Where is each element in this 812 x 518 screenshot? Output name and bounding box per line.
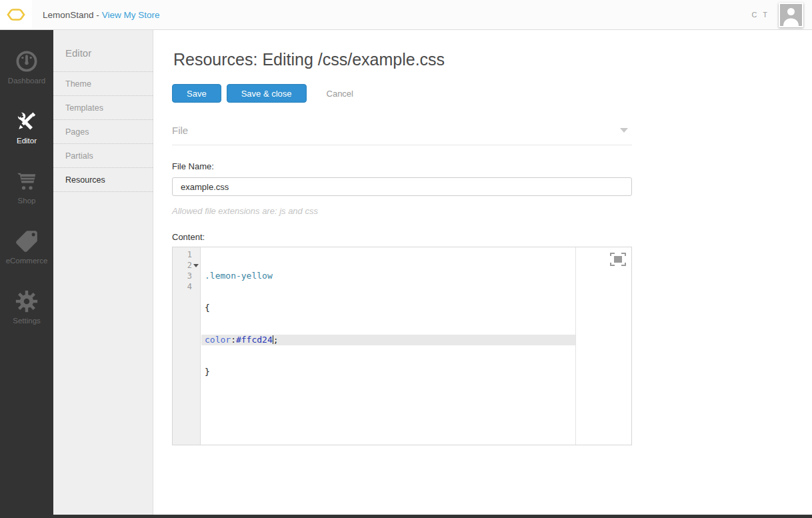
sidebar-item-shop[interactable]: Shop bbox=[0, 167, 53, 227]
secondary-sidebar-heading: Editor bbox=[53, 30, 153, 72]
main-content: Resources: Editing /css/example.css Save… bbox=[153, 30, 812, 515]
chevron-down-icon bbox=[620, 128, 628, 133]
file-section-header[interactable]: File bbox=[172, 125, 632, 145]
gear-icon bbox=[14, 287, 39, 315]
app-body: Dashboard Editor bbox=[0, 30, 812, 515]
semicolon-token: ; bbox=[273, 335, 279, 345]
tools-icon bbox=[14, 107, 39, 135]
save-and-close-button[interactable]: Save & close bbox=[227, 84, 307, 103]
save-button[interactable]: Save bbox=[172, 84, 221, 103]
code-area[interactable]: .lemon-yellow { color:#ffcd24; } bbox=[201, 247, 576, 445]
user-avatar[interactable] bbox=[779, 3, 803, 27]
brace-token: { bbox=[205, 303, 210, 313]
cancel-link[interactable]: Cancel bbox=[327, 89, 353, 99]
editor-side-panel bbox=[577, 247, 631, 445]
tag-icon bbox=[14, 227, 39, 255]
secondary-sidebar: Editor Theme Templates Pages Partials Re… bbox=[53, 30, 153, 515]
line-number: 3 bbox=[173, 271, 200, 281]
css-color-value-token: #ffcd24 bbox=[236, 335, 273, 345]
user-initials: C T bbox=[751, 11, 769, 19]
lemon-icon bbox=[7, 7, 25, 22]
primary-sidebar: Dashboard Editor bbox=[0, 30, 53, 515]
action-buttons: Save Save & close Cancel bbox=[172, 84, 632, 103]
sidebar-item-label: Editor bbox=[17, 137, 37, 145]
gauge-icon bbox=[14, 47, 39, 75]
brand-label: LemonStand - bbox=[43, 10, 99, 20]
brace-token: } bbox=[205, 367, 210, 377]
code-line: { bbox=[201, 303, 575, 313]
file-section-label: File bbox=[172, 125, 188, 136]
code-line-active: color:#ffcd24; bbox=[201, 335, 575, 345]
fullscreen-icon bbox=[609, 252, 627, 267]
line-number: 1 bbox=[173, 249, 200, 260]
page-title: Resources: Editing /css/example.css bbox=[173, 50, 632, 69]
footer-bar bbox=[0, 515, 812, 518]
line-number: 2 bbox=[173, 260, 200, 271]
file-name-label: File Name: bbox=[172, 161, 632, 171]
colon-token: : bbox=[231, 335, 236, 345]
lemonstand-logo[interactable] bbox=[0, 0, 32, 29]
subsidebar-item-theme[interactable]: Theme bbox=[53, 72, 153, 96]
sidebar-item-label: Shop bbox=[18, 197, 36, 205]
sidebar-item-settings[interactable]: Settings bbox=[0, 287, 53, 347]
file-name-input[interactable] bbox=[172, 177, 632, 196]
sidebar-item-ecommerce[interactable]: eCommerce bbox=[0, 227, 53, 287]
editor-gutter: 1 2 3 4 bbox=[173, 247, 201, 445]
code-fold-icon[interactable] bbox=[193, 264, 199, 267]
subsidebar-item-partials[interactable]: Partials bbox=[53, 144, 153, 168]
cart-icon bbox=[14, 167, 39, 195]
brand-text: LemonStand -View My Store bbox=[43, 10, 160, 20]
subsidebar-item-resources[interactable]: Resources bbox=[53, 168, 153, 192]
top-bar: LemonStand -View My Store C T bbox=[0, 0, 812, 30]
css-selector-token: .lemon-yellow bbox=[205, 271, 273, 281]
sidebar-item-editor[interactable]: Editor bbox=[0, 107, 53, 167]
view-my-store-link[interactable]: View My Store bbox=[102, 10, 160, 20]
sidebar-item-dashboard[interactable]: Dashboard bbox=[0, 47, 53, 107]
sidebar-item-label: Dashboard bbox=[8, 77, 45, 85]
sidebar-item-label: eCommerce bbox=[6, 257, 48, 265]
subsidebar-item-pages[interactable]: Pages bbox=[53, 120, 153, 144]
fullscreen-button[interactable] bbox=[609, 252, 627, 267]
code-line: .lemon-yellow bbox=[201, 271, 575, 281]
file-extensions-helper-text: Allowed file extensions are: js and css bbox=[172, 206, 632, 216]
line-number: 4 bbox=[173, 281, 200, 292]
sidebar-item-label: Settings bbox=[13, 317, 41, 325]
css-property-token: color bbox=[205, 335, 231, 345]
subsidebar-item-templates[interactable]: Templates bbox=[53, 96, 153, 120]
code-line: } bbox=[201, 367, 575, 377]
code-editor[interactable]: 1 2 3 4 .lemon-yellow { color:#ffcd24; } bbox=[172, 247, 632, 445]
content-label: Content: bbox=[172, 232, 632, 242]
person-icon bbox=[780, 4, 802, 26]
